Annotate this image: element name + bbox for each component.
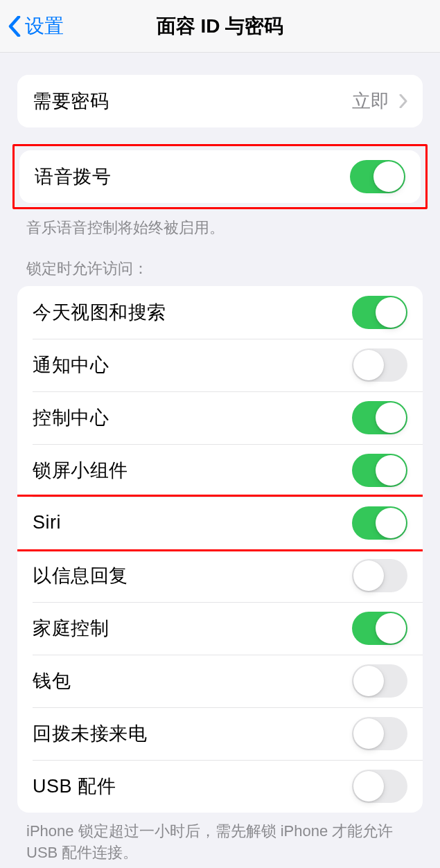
access-toggle[interactable] [352,454,407,487]
voice-dial-group: 语音拨号 [19,150,421,203]
require-passcode-value: 立即 [352,89,407,114]
access-row: 钱包 [17,655,423,707]
access-toggle[interactable] [352,770,407,803]
access-row: 家庭控制 [17,602,423,655]
access-row-label: 家庭控制 [33,616,109,641]
voice-dial-highlight: 语音拨号 [12,144,428,209]
access-toggle[interactable] [352,559,407,592]
access-row: 以信息回复 [17,549,423,602]
voice-dial-toggle[interactable] [350,160,405,193]
chevron-left-icon [8,16,21,37]
voice-dial-label: 语音拨号 [35,164,111,189]
access-row: USB 配件 [17,760,423,813]
toggle-thumb [353,771,384,801]
toggle-thumb [376,613,406,644]
lock-access-group: 今天视图和搜索通知中心控制中心锁屏小组件Siri以信息回复家庭控制钱包回拨未接来… [17,286,423,813]
access-toggle[interactable] [352,401,407,434]
chevron-right-icon [399,94,407,108]
access-row-label: 锁屏小组件 [33,458,128,483]
require-passcode-row[interactable]: 需要密码 立即 [17,75,423,127]
access-row-label: 钱包 [33,668,71,693]
toggle-thumb [353,560,384,591]
access-row-label: Siri [33,512,61,533]
require-passcode-group: 需要密码 立即 [17,75,423,127]
access-toggle[interactable] [352,348,407,382]
toggle-thumb [353,718,384,749]
toggle-thumb [373,161,404,192]
access-toggle[interactable] [352,296,407,329]
access-row: 今天视图和搜索 [17,286,423,339]
require-passcode-label: 需要密码 [33,89,109,114]
access-row-label: 以信息回复 [33,563,128,588]
voice-dial-footer: 音乐语音控制将始终被启用。 [0,209,440,239]
toggle-thumb [376,297,406,328]
toggle-thumb [376,402,406,433]
access-row: Siri [17,497,423,549]
access-row-label: 今天视图和搜索 [33,300,166,325]
access-toggle[interactable] [352,664,407,698]
require-passcode-value-text: 立即 [352,89,389,114]
toggle-thumb [376,455,406,486]
toggle-thumb [353,666,384,696]
access-toggle[interactable] [352,506,407,540]
access-row: 通知中心 [17,339,423,391]
access-footer: iPhone 锁定超过一小时后，需先解锁 iPhone 才能允许 USB 配件连… [0,813,440,864]
access-row: 锁屏小组件 [17,444,423,497]
voice-dial-row: 语音拨号 [19,150,421,203]
toggle-thumb [353,350,384,380]
access-row: 控制中心 [17,391,423,444]
access-row: 回拨未接来电 [17,707,423,760]
access-row-label: 控制中心 [33,405,109,430]
access-toggle[interactable] [352,612,407,645]
access-header: 锁定时允许访问： [0,239,440,286]
access-row-label: USB 配件 [33,774,116,799]
page-title: 面容 ID 与密码 [157,13,284,39]
access-row-label: 通知中心 [33,353,109,378]
access-toggle[interactable] [352,717,407,750]
back-label: 设置 [25,13,64,39]
back-button[interactable]: 设置 [8,13,64,39]
toggle-thumb [376,508,406,538]
navigation-bar: 设置 面容 ID 与密码 [0,0,440,53]
access-row-label: 回拨未接来电 [33,721,147,746]
